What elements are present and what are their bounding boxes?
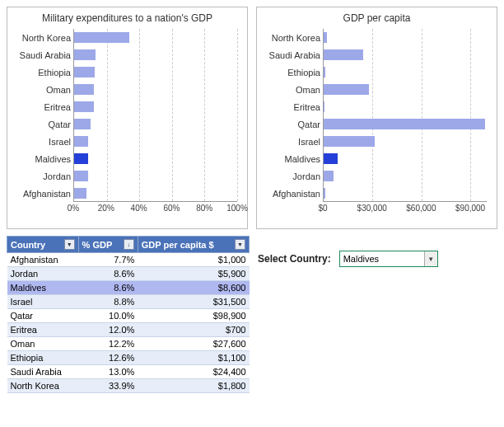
- cell-gdp-per-capita: $1,000: [138, 253, 249, 267]
- bar-row: Saudi Arabia: [324, 46, 487, 63]
- dropdown-filter-icon[interactable]: ▼: [235, 239, 245, 250]
- bar: [74, 136, 88, 147]
- cell-gdp-per-capita: $5,900: [138, 267, 249, 281]
- bar-row: Ethiopia: [324, 63, 487, 81]
- data-table: Country ▼ % GDP ↓ GDP per capita $ ▼: [7, 236, 250, 393]
- bar-row: Afghanistan: [74, 185, 237, 202]
- table-row[interactable]: Oman12.2%$27,600: [7, 337, 250, 351]
- cell-pct-gdp: 33.9%: [78, 379, 138, 393]
- x-tick-label: $90,000: [455, 204, 485, 213]
- cell-country: Maldives: [7, 281, 79, 295]
- bar-category-label: Israel: [13, 137, 74, 147]
- bar: [74, 171, 88, 181]
- table-row[interactable]: Jordan8.6%$5,900: [7, 267, 250, 281]
- bar-category-label: North Korea: [13, 33, 74, 43]
- bar-category-label: Ethiopia: [13, 68, 74, 77]
- bar-category-label: Eritrea: [13, 102, 74, 112]
- bar-category-label: Eritrea: [263, 102, 324, 112]
- chevron-down-icon[interactable]: ▼: [424, 251, 437, 266]
- bar-row: Oman: [324, 81, 487, 98]
- bar-row: North Korea: [74, 29, 237, 46]
- bar-category-label: Ethiopia: [263, 68, 324, 77]
- bar-row: Saudi Arabia: [74, 46, 237, 63]
- cell-country: Eritrea: [7, 323, 79, 337]
- table-row[interactable]: Israel8.8%$31,500: [7, 295, 250, 309]
- bar: [324, 136, 375, 147]
- bar: [324, 32, 327, 43]
- bar-category-label: Oman: [13, 85, 74, 95]
- bar-row: Israel: [324, 133, 487, 150]
- cell-gdp-per-capita: $98,900: [138, 309, 249, 323]
- col-header-pct-gdp[interactable]: % GDP ↓: [78, 237, 138, 253]
- bar-row: Maldives: [324, 150, 487, 167]
- table-row[interactable]: Qatar10.0%$98,900: [7, 309, 250, 323]
- cell-gdp-per-capita: $27,600: [138, 337, 249, 351]
- col-header-country[interactable]: Country ▼: [7, 237, 79, 253]
- bar: [74, 32, 129, 43]
- table-body: Afghanistan7.7%$1,000Jordan8.6%$5,900Mal…: [7, 253, 250, 393]
- cell-country: North Korea: [7, 379, 79, 393]
- table-row[interactable]: Afghanistan7.7%$1,000: [7, 253, 250, 267]
- country-selector-area: Select Country: Maldives ▼: [258, 236, 497, 267]
- cell-country: Oman: [7, 337, 79, 351]
- bar-category-label: Afghanistan: [13, 189, 74, 199]
- cell-pct-gdp: 12.0%: [78, 323, 138, 337]
- cell-country: Israel: [7, 295, 79, 309]
- table-row[interactable]: Maldives8.6%$8,600: [7, 281, 250, 295]
- bar-row: Ethiopia: [74, 63, 237, 81]
- country-dropdown[interactable]: Maldives ▼: [339, 251, 438, 267]
- bar-row: Afghanistan: [324, 185, 487, 202]
- bar-row: Qatar: [74, 115, 237, 133]
- sort-asc-icon[interactable]: ↓: [124, 239, 134, 250]
- bar-category-label: Afghanistan: [263, 189, 324, 199]
- col-label: Country: [11, 240, 45, 250]
- bar: [324, 84, 369, 95]
- bar-category-label: Oman: [263, 85, 324, 95]
- chart-plot-area: North KoreaSaudi ArabiaEthiopiaOmanEritr…: [73, 29, 237, 202]
- chart-x-axis: 0%20%40%60%80%100%: [73, 202, 237, 217]
- bar: [324, 171, 334, 181]
- cell-pct-gdp: 12.2%: [78, 337, 138, 351]
- table-row[interactable]: Ethiopia12.6%$1,100: [7, 351, 250, 365]
- bar: [74, 49, 96, 60]
- x-tick-label: 80%: [196, 204, 212, 213]
- bar: [324, 101, 324, 112]
- cell-pct-gdp: 7.7%: [78, 253, 138, 267]
- cell-pct-gdp: 13.0%: [78, 365, 138, 379]
- cell-pct-gdp: 10.0%: [78, 309, 138, 323]
- bar-row: Eritrea: [74, 98, 237, 115]
- x-tick-label: $30,000: [357, 204, 387, 213]
- grid-line: [237, 29, 238, 201]
- bar-category-label: Saudi Arabia: [263, 50, 324, 60]
- x-tick-label: $60,000: [406, 204, 436, 213]
- bar-row: Oman: [74, 81, 237, 98]
- table-row[interactable]: Eritrea12.0%$700: [7, 323, 250, 337]
- bar-category-label: North Korea: [263, 33, 324, 43]
- bar: [74, 84, 94, 95]
- bar-category-label: Jordan: [13, 171, 74, 181]
- table-row[interactable]: Saudi Arabia13.0%$24,400: [7, 365, 250, 379]
- cell-gdp-per-capita: $31,500: [138, 295, 249, 309]
- cell-pct-gdp: 8.6%: [78, 281, 138, 295]
- cell-gdp-per-capita: $8,600: [138, 281, 249, 295]
- col-label: GDP per capita $: [142, 240, 214, 250]
- x-tick-label: $0: [318, 204, 327, 213]
- bar: [324, 188, 325, 199]
- table-row[interactable]: North Korea33.9%$1,800: [7, 379, 250, 393]
- bar: [74, 67, 95, 77]
- bar-row: Qatar: [324, 115, 487, 133]
- chart-military-exp: Military expenditures to a nation's GDP …: [7, 7, 248, 229]
- x-tick-label: 60%: [163, 204, 180, 213]
- cell-pct-gdp: 8.8%: [78, 295, 138, 309]
- bar-category-label: Jordan: [263, 171, 324, 181]
- dropdown-filter-icon[interactable]: ▼: [64, 239, 75, 250]
- bar: [324, 153, 338, 164]
- cell-gdp-per-capita: $700: [138, 323, 249, 337]
- chart-title: GDP per capita: [262, 12, 492, 24]
- bar: [324, 119, 485, 129]
- col-header-gdp-per-capita[interactable]: GDP per capita $ ▼: [138, 237, 249, 253]
- bar: [74, 188, 86, 199]
- chart-title: Military expenditures to a nation's GDP: [12, 12, 242, 24]
- cell-gdp-per-capita: $24,400: [138, 365, 249, 379]
- x-tick-label: 40%: [131, 204, 147, 213]
